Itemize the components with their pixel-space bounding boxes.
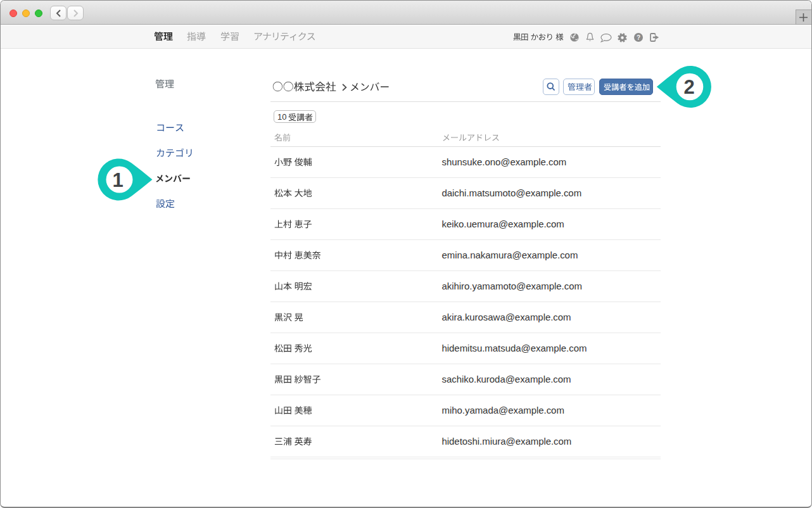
- svg-text:?: ?: [637, 34, 640, 41]
